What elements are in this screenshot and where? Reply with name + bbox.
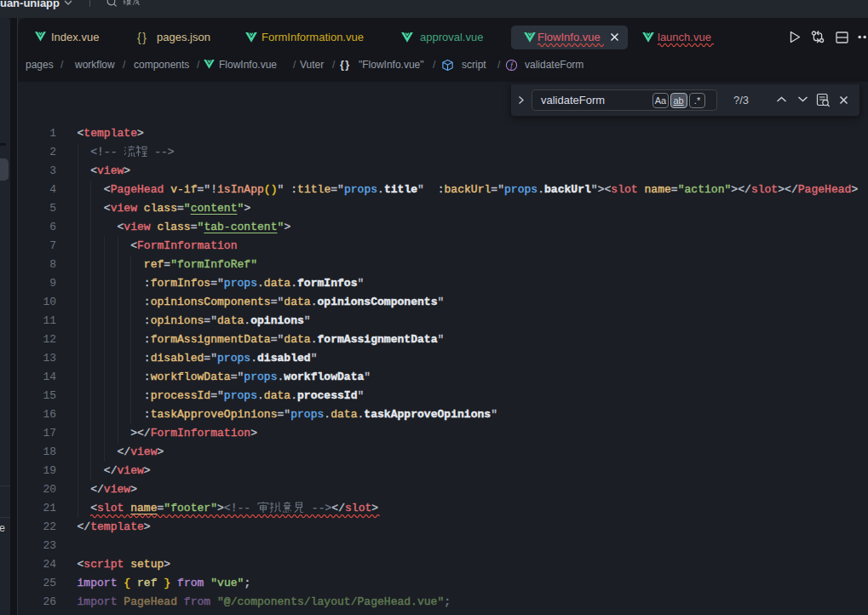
svg-text:f: f: [510, 61, 514, 70]
